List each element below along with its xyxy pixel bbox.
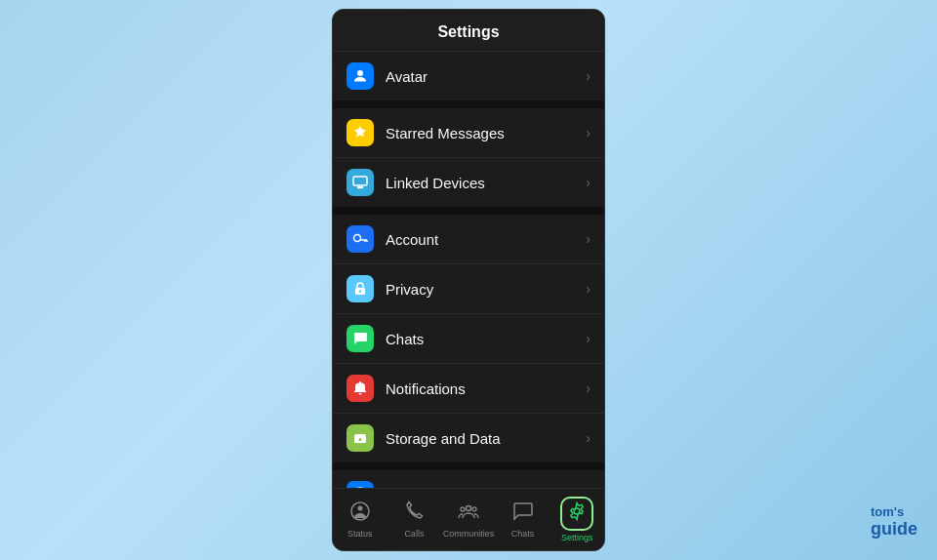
- nav-calls[interactable]: Calls: [387, 497, 442, 542]
- account-chevron: ›: [586, 231, 591, 247]
- communities-nav-icon: [458, 500, 479, 527]
- menu-item-privacy[interactable]: Privacy ›: [333, 264, 604, 314]
- star-icon: [346, 119, 374, 146]
- svg-point-8: [359, 290, 361, 292]
- linked-devices-label: Linked Devices: [386, 175, 586, 191]
- calls-nav-label: Calls: [404, 529, 424, 539]
- svg-point-10: [359, 438, 362, 441]
- settings-nav-label: Settings: [561, 533, 593, 542]
- linked-devices-chevron: ›: [586, 175, 591, 190]
- separator-1: [333, 100, 604, 108]
- svg-rect-0: [353, 177, 367, 185]
- nav-status[interactable]: Status: [333, 497, 387, 542]
- calls-nav-icon: [403, 500, 425, 527]
- status-nav-label: Status: [347, 529, 373, 539]
- brand-toms: tom's: [871, 504, 917, 520]
- chats-nav-icon: [512, 500, 534, 527]
- storage-data-chevron: ›: [586, 430, 591, 446]
- status-nav-icon: [349, 500, 371, 527]
- svg-point-16: [466, 506, 470, 511]
- menu-item-notifications[interactable]: Notifications ›: [333, 364, 604, 414]
- separator-2: [333, 207, 604, 215]
- storage-icon: [346, 424, 374, 452]
- help-label: Help: [386, 487, 586, 489]
- nav-chats[interactable]: Chats: [496, 497, 550, 542]
- communities-nav-label: Communities: [443, 529, 495, 539]
- settings-header: Settings: [333, 10, 604, 52]
- info-icon: [346, 481, 374, 488]
- svg-point-17: [461, 507, 465, 511]
- lock-icon: [346, 275, 374, 302]
- menu-item-help[interactable]: Help ›: [333, 470, 604, 488]
- svg-point-15: [357, 506, 362, 511]
- menu-item-starred-messages[interactable]: Starred Messages ›: [333, 108, 604, 158]
- chats-nav-label: Chats: [511, 529, 535, 539]
- monitor-icon: [346, 169, 374, 196]
- avatar-icon: [346, 62, 374, 90]
- bell-icon: [346, 375, 374, 402]
- chat-icon: [346, 325, 374, 352]
- privacy-label: Privacy: [386, 281, 586, 298]
- page-title: Settings: [437, 23, 499, 40]
- svg-point-18: [472, 507, 476, 511]
- starred-chevron: ›: [586, 125, 591, 140]
- account-label: Account: [386, 231, 586, 248]
- menu-section-2: Starred Messages › Linked Devices ›: [333, 108, 604, 207]
- menu-item-chats[interactable]: Chats ›: [333, 314, 604, 364]
- menu-item-avatar[interactable]: Avatar ›: [333, 52, 604, 100]
- menu-item-linked-devices[interactable]: Linked Devices ›: [333, 158, 604, 207]
- phone-screen: Settings Avatar ›: [332, 9, 605, 551]
- bottom-navigation: Status Calls Communities: [333, 488, 604, 550]
- toms-guide-brand: tom's guide: [871, 504, 917, 540]
- notifications-chevron: ›: [586, 380, 591, 396]
- menu-item-storage-data[interactable]: Storage and Data ›: [333, 414, 604, 462]
- help-chevron: ›: [586, 487, 591, 488]
- settings-content: Avatar › Starred Messages ›: [333, 52, 604, 488]
- key-icon: [346, 225, 374, 253]
- menu-section-1: Avatar ›: [333, 52, 604, 100]
- starred-messages-label: Starred Messages: [386, 125, 586, 141]
- storage-data-label: Storage and Data: [386, 430, 586, 447]
- chats-chevron: ›: [586, 331, 591, 346]
- settings-nav-icon: [560, 497, 593, 531]
- separator-3: [333, 462, 604, 470]
- avatar-chevron: ›: [586, 68, 591, 84]
- menu-section-3: Account › Privacy ›: [333, 215, 604, 462]
- privacy-chevron: ›: [586, 281, 591, 297]
- menu-section-4: Help › Tell a Friend ›: [333, 470, 604, 488]
- nav-communities[interactable]: Communities: [441, 497, 496, 542]
- notifications-label: Notifications: [386, 380, 586, 397]
- chats-label: Chats: [386, 331, 586, 347]
- nav-settings[interactable]: Settings: [550, 493, 604, 546]
- menu-item-account[interactable]: Account ›: [333, 215, 604, 264]
- brand-guide: guide: [871, 519, 917, 540]
- svg-point-3: [354, 235, 361, 242]
- avatar-label: Avatar: [386, 68, 586, 85]
